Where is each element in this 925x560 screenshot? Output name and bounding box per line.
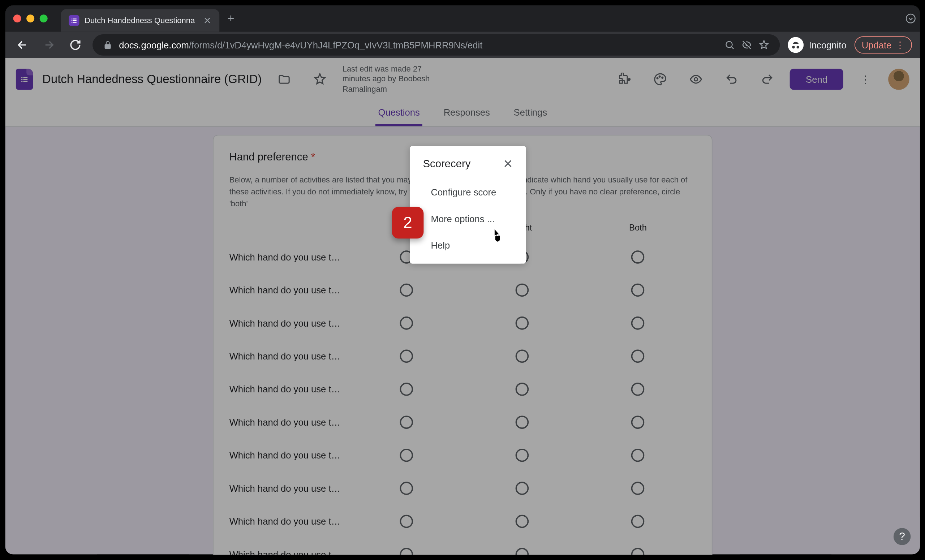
- radio-input[interactable]: [400, 316, 413, 330]
- forward-button[interactable]: [40, 36, 58, 54]
- svg-rect-2: [72, 20, 72, 21]
- grid-cell: [580, 515, 696, 528]
- grid-cell: [464, 515, 580, 528]
- window-close[interactable]: [14, 15, 21, 23]
- tab-dropdown-icon[interactable]: [901, 9, 920, 28]
- star-icon[interactable]: [759, 40, 769, 50]
- grid-cell: [580, 548, 696, 554]
- svg-rect-8: [21, 77, 23, 78]
- svg-rect-0: [72, 18, 72, 19]
- grid-cell: [348, 482, 464, 495]
- radio-input[interactable]: [515, 415, 529, 429]
- tab-responses[interactable]: Responses: [441, 101, 493, 126]
- radio-input[interactable]: [400, 382, 413, 396]
- grid-row: Which hand do you use t…: [229, 406, 696, 439]
- new-tab-button[interactable]: +: [227, 12, 234, 25]
- radio-input[interactable]: [631, 350, 645, 363]
- update-button[interactable]: Update ⋮: [854, 36, 912, 54]
- svg-point-7: [726, 42, 732, 48]
- folder-icon[interactable]: [271, 66, 297, 92]
- radio-input[interactable]: [631, 382, 645, 396]
- grid-row: Which hand do you use t…: [229, 274, 696, 306]
- radio-input[interactable]: [400, 548, 413, 554]
- grid-row: Which hand do you use t…: [229, 538, 696, 555]
- grid-cell: [580, 250, 696, 264]
- radio-input[interactable]: [400, 449, 413, 462]
- tab-settings[interactable]: Settings: [511, 101, 550, 126]
- more-options-icon[interactable]: ⋮: [853, 66, 879, 92]
- grid-cell: [348, 316, 464, 330]
- grid-cell: [348, 515, 464, 528]
- svg-rect-1: [73, 18, 77, 19]
- preview-icon[interactable]: [683, 66, 709, 92]
- radio-input[interactable]: [631, 284, 645, 297]
- eye-off-icon[interactable]: [741, 40, 752, 50]
- radio-input[interactable]: [400, 415, 413, 429]
- grid-cell: [348, 548, 464, 554]
- grid-cell: [464, 382, 580, 396]
- addons-icon[interactable]: [612, 66, 638, 92]
- radio-input[interactable]: [515, 382, 529, 396]
- search-icon[interactable]: [725, 40, 735, 50]
- grid-row-label: Which hand do you use t…: [229, 417, 348, 428]
- radio-input[interactable]: [515, 316, 529, 330]
- grid-cell: [580, 482, 696, 495]
- grid-cell: [464, 482, 580, 495]
- radio-input[interactable]: [515, 515, 529, 528]
- radio-input[interactable]: [515, 548, 529, 554]
- radio-input[interactable]: [400, 350, 413, 363]
- form-title[interactable]: Dutch Handedness Questionnaire (GRID): [42, 72, 262, 86]
- radio-input[interactable]: [631, 515, 645, 528]
- svg-rect-5: [73, 22, 77, 23]
- grid-row: Which hand do you use t…: [229, 439, 696, 471]
- grid-cell: [464, 449, 580, 462]
- palette-icon[interactable]: [647, 66, 673, 92]
- radio-input[interactable]: [400, 515, 413, 528]
- radio-input[interactable]: [631, 415, 645, 429]
- popup-configure-score[interactable]: Configure score: [410, 179, 526, 206]
- browser-address-bar: docs.google.com/forms/d/1vD4ywHvgM-e4vUY…: [5, 32, 920, 58]
- radio-input[interactable]: [515, 482, 529, 495]
- back-button[interactable]: [14, 36, 32, 54]
- tab-close-icon[interactable]: ✕: [203, 15, 211, 26]
- grid-row: Which hand do you use t…: [229, 307, 696, 340]
- star-outline-icon[interactable]: [307, 66, 333, 92]
- grid-row-label: Which hand do you use t…: [229, 384, 348, 394]
- undo-icon[interactable]: [719, 66, 745, 92]
- grid-cell: [580, 284, 696, 297]
- user-avatar[interactable]: [888, 69, 910, 90]
- radio-input[interactable]: [515, 350, 529, 363]
- popup-title: Scorecery: [423, 158, 471, 170]
- radio-input[interactable]: [400, 284, 413, 297]
- url-text: docs.google.com/forms/d/1vD4ywHvgM-e4vUY…: [119, 40, 718, 50]
- reload-button[interactable]: [66, 36, 84, 54]
- radio-input[interactable]: [515, 284, 529, 297]
- svg-rect-11: [23, 79, 27, 80]
- radio-input[interactable]: [631, 250, 645, 264]
- form-tabs: Questions Responses Settings: [5, 101, 920, 127]
- help-bubble-icon[interactable]: ?: [893, 528, 911, 545]
- radio-input[interactable]: [631, 482, 645, 495]
- radio-input[interactable]: [631, 449, 645, 462]
- svg-point-15: [660, 76, 660, 77]
- radio-input[interactable]: [631, 316, 645, 330]
- popup-more-options[interactable]: More options ...: [410, 206, 526, 232]
- window-minimize[interactable]: [26, 15, 34, 23]
- radio-input[interactable]: [631, 548, 645, 554]
- grid-cell: [580, 449, 696, 462]
- browser-tab[interactable]: Dutch Handedness Questionna ✕: [61, 9, 219, 32]
- popup-help[interactable]: Help: [410, 232, 526, 258]
- window-maximize[interactable]: [40, 15, 48, 23]
- radio-input[interactable]: [400, 482, 413, 495]
- redo-icon[interactable]: [754, 66, 780, 92]
- grid-row: Which hand do you use t…: [229, 340, 696, 372]
- url-input[interactable]: docs.google.com/forms/d/1vD4ywHvgM-e4vUY…: [92, 34, 780, 56]
- grid-cell: [348, 284, 464, 297]
- tab-questions[interactable]: Questions: [375, 101, 422, 126]
- popup-close-icon[interactable]: ✕: [503, 157, 513, 171]
- send-button[interactable]: Send: [790, 69, 843, 90]
- radio-input[interactable]: [515, 449, 529, 462]
- grid-row-label: Which hand do you use t…: [229, 318, 348, 328]
- forms-logo-icon[interactable]: [16, 69, 33, 90]
- window-controls: [14, 15, 48, 23]
